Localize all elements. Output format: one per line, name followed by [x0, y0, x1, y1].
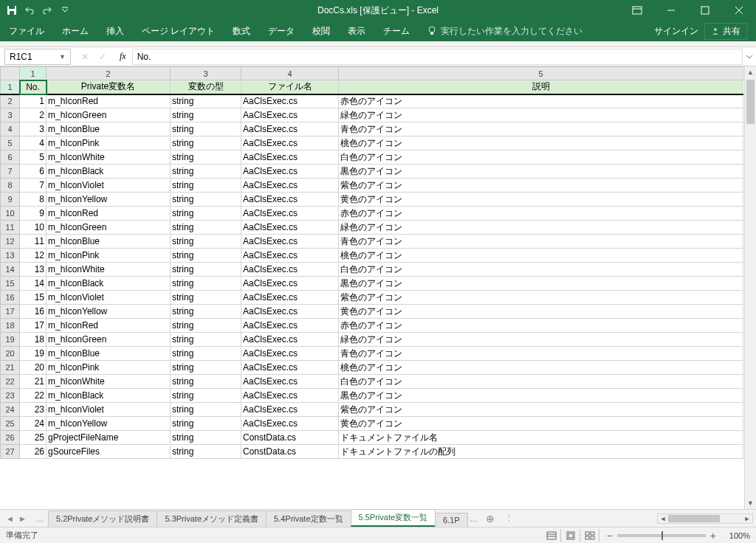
cell-type[interactable]: string — [171, 375, 241, 389]
cell-file[interactable]: AaClsExec.cs — [241, 165, 339, 179]
row-header[interactable]: 12 — [1, 235, 20, 249]
sheet-nav-prev-icon[interactable]: ► — [17, 514, 28, 523]
col-header-3[interactable]: 3 — [171, 67, 241, 80]
cell-type[interactable]: string — [171, 305, 241, 319]
cell-file[interactable]: AaClsExec.cs — [241, 249, 339, 263]
name-box[interactable]: R1C1 ▼ — [4, 49, 71, 65]
cell-file[interactable]: AaClsExec.cs — [241, 319, 339, 333]
enter-formula-icon[interactable]: ✓ — [99, 52, 106, 62]
cell-no[interactable]: 10 — [20, 221, 47, 235]
row-header[interactable]: 11 — [1, 221, 20, 235]
cell-desc[interactable]: 黒色のアイコン — [339, 165, 743, 179]
cell-file[interactable]: AaClsExec.cs — [241, 291, 339, 305]
cell-var[interactable]: m_hIconBlack — [47, 389, 171, 403]
cell-file[interactable]: AaClsExec.cs — [241, 179, 339, 193]
cell-no[interactable]: 26 — [20, 445, 47, 459]
cell-file[interactable]: AaClsExec.cs — [241, 207, 339, 221]
row-header[interactable]: 16 — [1, 291, 20, 305]
cell-var[interactable]: m_hIconViolet — [47, 403, 171, 417]
cell-desc[interactable]: 赤色のアイコン — [339, 207, 743, 221]
cell-var[interactable]: m_hIconRed — [47, 94, 171, 108]
cell-var[interactable]: m_hIconBlue — [47, 122, 171, 136]
signin-link[interactable]: サインイン — [654, 25, 698, 38]
cell-type[interactable]: string — [171, 108, 241, 122]
cell-var[interactable]: m_hIconYellow — [47, 193, 171, 207]
view-pagebreak-icon[interactable] — [582, 529, 599, 542]
ribbon-display-options-icon[interactable] — [620, 0, 654, 21]
cell-var[interactable]: m_hIconWhite — [47, 375, 171, 389]
col-header-1[interactable]: 1 — [20, 67, 47, 80]
view-pagelayout-icon[interactable] — [563, 529, 580, 542]
cell-desc[interactable]: 桃色のアイコン — [339, 249, 743, 263]
add-sheet-button[interactable]: ⊕ — [480, 513, 501, 525]
cell-type[interactable]: string — [171, 151, 241, 165]
cell-var[interactable]: m_hIconBlack — [47, 165, 171, 179]
share-button[interactable]: 共有 — [704, 23, 747, 40]
ribbon-tab-review[interactable]: 校閲 — [303, 21, 339, 41]
cell-file[interactable]: AaClsExec.cs — [241, 277, 339, 291]
ribbon-tab-view[interactable]: 表示 — [339, 21, 374, 41]
cell-var[interactable]: m_hIconYellow — [47, 305, 171, 319]
row-header[interactable]: 3 — [1, 108, 20, 122]
cell-no[interactable]: 4 — [20, 136, 47, 151]
cell-var[interactable]: m_hIconViolet — [47, 179, 171, 193]
cell-type[interactable]: string — [171, 445, 241, 459]
cell-desc[interactable]: 白色のアイコン — [339, 375, 743, 389]
col-header-4[interactable]: 4 — [241, 67, 339, 80]
cell-type[interactable]: string — [171, 319, 241, 333]
minimize-button[interactable] — [654, 0, 688, 21]
cell-file[interactable]: AaClsExec.cs — [241, 221, 339, 235]
cell-desc[interactable]: 白色のアイコン — [339, 151, 743, 165]
cell-type[interactable]: string — [171, 263, 241, 277]
select-all-corner[interactable] — [1, 67, 20, 80]
cell-desc[interactable]: 紫色のアイコン — [339, 291, 743, 305]
sheet-tabs-more[interactable]: ... — [467, 514, 480, 523]
cell-file[interactable]: AaClsExec.cs — [241, 235, 339, 249]
sheet-nav-first-icon[interactable]: ◄ — [4, 514, 16, 523]
row-header[interactable]: 23 — [1, 389, 20, 403]
cell-desc[interactable]: 紫色のアイコン — [339, 403, 743, 417]
ribbon-tab-pagelayout[interactable]: ページ レイアウト — [133, 21, 224, 41]
cell-type[interactable]: string — [171, 193, 241, 207]
qat-customize-icon[interactable] — [59, 4, 71, 16]
cell-no[interactable]: 3 — [20, 122, 47, 136]
cell-desc[interactable]: 白色のアイコン — [339, 263, 743, 277]
cell-desc[interactable]: 桃色のアイコン — [339, 361, 743, 375]
cell-header-desc[interactable]: 説明 — [339, 80, 743, 94]
ribbon-tab-formulas[interactable]: 数式 — [224, 21, 259, 41]
undo-icon[interactable] — [24, 4, 35, 16]
cell-file[interactable]: AaClsExec.cs — [241, 193, 339, 207]
cell-type[interactable]: string — [171, 207, 241, 221]
ribbon-tab-team[interactable]: チーム — [374, 21, 419, 41]
zoom-value[interactable]: 100% — [721, 531, 750, 540]
cell-type[interactable]: string — [171, 417, 241, 431]
row-header[interactable]: 9 — [1, 193, 20, 207]
vertical-scrollbar-thumb[interactable] — [746, 80, 755, 124]
cell-var[interactable]: m_hIconRed — [47, 319, 171, 333]
ribbon-tab-file[interactable]: ファイル — [0, 21, 53, 41]
cell-file[interactable]: AaClsExec.cs — [241, 94, 339, 108]
row-header[interactable]: 6 — [1, 151, 20, 165]
redo-icon[interactable] — [41, 4, 53, 16]
cell-no[interactable]: 23 — [20, 403, 47, 417]
row-header[interactable]: 21 — [1, 361, 20, 375]
cancel-formula-icon[interactable]: ✕ — [81, 52, 89, 62]
cell-desc[interactable]: 桃色のアイコン — [339, 136, 743, 151]
cell-file[interactable]: ConstData.cs — [241, 431, 339, 445]
cell-var[interactable]: m_hIconViolet — [47, 291, 171, 305]
cell-desc[interactable]: 黒色のアイコン — [339, 389, 743, 403]
cell-file[interactable]: AaClsExec.cs — [241, 108, 339, 122]
cell-no[interactable]: 25 — [20, 431, 47, 445]
row-header[interactable]: 7 — [1, 165, 20, 179]
cell-type[interactable]: string — [171, 291, 241, 305]
cell-header-type[interactable]: 変数の型 — [171, 80, 241, 94]
cell-header-file[interactable]: ファイル名 — [241, 80, 339, 94]
zoom-slider-thumb[interactable] — [662, 531, 663, 540]
cell-header-no[interactable]: No. — [20, 80, 47, 94]
cell-var[interactable]: m_hIconGreen — [47, 333, 171, 347]
cell-no[interactable]: 7 — [20, 179, 47, 193]
row-header[interactable]: 27 — [1, 445, 20, 459]
cell-header-var[interactable]: Private変数名 — [47, 80, 171, 94]
row-header[interactable]: 24 — [1, 403, 20, 417]
save-icon[interactable] — [6, 4, 18, 16]
